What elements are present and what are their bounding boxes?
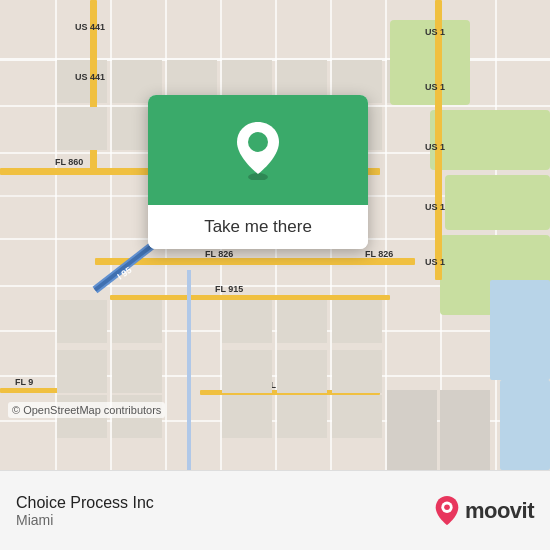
svg-rect-55 <box>0 388 60 393</box>
svg-rect-76 <box>277 395 327 438</box>
popup-card[interactable]: Take me there <box>148 95 368 249</box>
svg-text:FL 9: FL 9 <box>15 377 33 387</box>
map-view: FL 860 FL 860 FL 826 FL 826 I 95 US 441 … <box>0 0 550 470</box>
svg-rect-31 <box>500 380 550 470</box>
svg-rect-77 <box>332 395 382 438</box>
take-me-there-button[interactable]: Take me there <box>164 217 352 237</box>
popup-label-area[interactable]: Take me there <box>148 205 368 249</box>
svg-rect-69 <box>112 350 162 393</box>
svg-text:US 441: US 441 <box>75 72 105 82</box>
svg-point-80 <box>248 173 268 180</box>
svg-text:US 1: US 1 <box>425 257 445 267</box>
svg-rect-78 <box>387 390 437 470</box>
svg-text:US 1: US 1 <box>425 142 445 152</box>
svg-rect-58 <box>57 107 107 150</box>
map-pin-icon <box>232 120 284 180</box>
svg-rect-67 <box>332 300 382 343</box>
svg-rect-75 <box>222 395 272 438</box>
svg-rect-28 <box>445 175 550 230</box>
svg-text:FL 860: FL 860 <box>55 157 83 167</box>
svg-rect-11 <box>110 0 112 470</box>
svg-point-81 <box>248 132 268 152</box>
svg-text:US 1: US 1 <box>425 202 445 212</box>
svg-rect-35 <box>95 258 415 265</box>
location-info: Choice Process Inc Miami <box>16 494 154 528</box>
svg-rect-10 <box>55 0 57 470</box>
bottom-content: Choice Process Inc Miami moovit <box>16 494 534 528</box>
svg-text:US 1: US 1 <box>425 27 445 37</box>
svg-text:FL 826: FL 826 <box>365 249 393 259</box>
svg-rect-70 <box>222 350 272 393</box>
location-name: Choice Process Inc <box>16 494 154 512</box>
svg-text:US 441: US 441 <box>75 22 105 32</box>
moovit-text: moovit <box>465 498 534 524</box>
location-city: Miami <box>16 512 154 528</box>
moovit-logo: moovit <box>433 495 534 527</box>
svg-rect-63 <box>57 300 107 343</box>
svg-rect-16 <box>385 0 387 470</box>
moovit-pin-icon <box>433 495 461 527</box>
svg-rect-71 <box>277 350 327 393</box>
svg-rect-56 <box>187 270 191 470</box>
svg-rect-27 <box>430 110 550 170</box>
svg-rect-79 <box>440 390 490 470</box>
svg-text:FL 915: FL 915 <box>215 284 243 294</box>
svg-rect-68 <box>57 350 107 393</box>
bottom-bar: Choice Process Inc Miami moovit <box>0 470 550 550</box>
svg-text:US 1: US 1 <box>425 82 445 92</box>
svg-rect-66 <box>277 300 327 343</box>
svg-point-83 <box>444 504 450 510</box>
copyright-text: © OpenStreetMap contributors <box>8 402 165 418</box>
svg-rect-72 <box>332 350 382 393</box>
svg-rect-30 <box>490 280 550 380</box>
popup-green-area <box>148 95 368 205</box>
svg-rect-65 <box>222 300 272 343</box>
svg-rect-50 <box>110 295 390 300</box>
svg-text:FL 826: FL 826 <box>205 249 233 259</box>
svg-rect-44 <box>435 0 442 280</box>
svg-rect-64 <box>112 300 162 343</box>
